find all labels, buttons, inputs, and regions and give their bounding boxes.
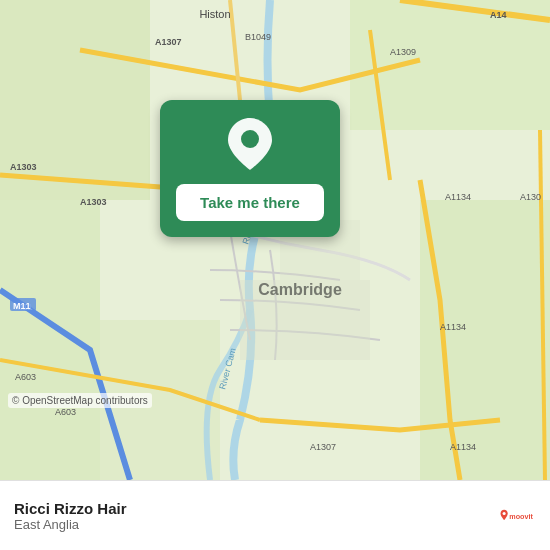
svg-text:A1307: A1307 bbox=[155, 37, 182, 47]
svg-rect-5 bbox=[420, 200, 550, 480]
take-me-there-button[interactable]: Take me there bbox=[176, 184, 324, 221]
svg-point-28 bbox=[241, 130, 259, 148]
location-info: Ricci Rizzo Hair East Anglia bbox=[14, 500, 127, 532]
svg-text:A1134: A1134 bbox=[445, 192, 471, 202]
svg-rect-2 bbox=[0, 200, 100, 480]
pin-icon bbox=[228, 118, 272, 174]
svg-text:M11: M11 bbox=[13, 301, 31, 311]
svg-text:Histon: Histon bbox=[199, 8, 230, 20]
map-attribution: © OpenStreetMap contributors bbox=[8, 393, 152, 408]
svg-text:A1134: A1134 bbox=[440, 322, 466, 332]
svg-text:A1307: A1307 bbox=[310, 442, 336, 452]
svg-text:A603: A603 bbox=[15, 372, 36, 382]
svg-text:B1049: B1049 bbox=[245, 32, 271, 42]
location-region: East Anglia bbox=[14, 517, 127, 532]
map-view[interactable]: A14 A1307 B1049 A1309 A1303 A1303 M11 M1… bbox=[0, 0, 550, 480]
bottom-bar: Ricci Rizzo Hair East Anglia moovit bbox=[0, 480, 550, 550]
location-name: Ricci Rizzo Hair bbox=[14, 500, 127, 517]
svg-point-29 bbox=[503, 511, 506, 514]
svg-text:A603: A603 bbox=[55, 407, 76, 417]
svg-text:A1303: A1303 bbox=[10, 162, 37, 172]
svg-text:A130: A130 bbox=[520, 192, 541, 202]
moovit-logo[interactable]: moovit bbox=[500, 498, 536, 534]
svg-text:A1309: A1309 bbox=[390, 47, 416, 57]
svg-text:A1303: A1303 bbox=[80, 197, 107, 207]
svg-rect-26 bbox=[240, 280, 370, 360]
svg-text:moovit: moovit bbox=[509, 511, 533, 520]
svg-text:A1134: A1134 bbox=[450, 442, 476, 452]
action-card: Take me there bbox=[160, 100, 340, 237]
svg-text:A14: A14 bbox=[490, 10, 507, 20]
